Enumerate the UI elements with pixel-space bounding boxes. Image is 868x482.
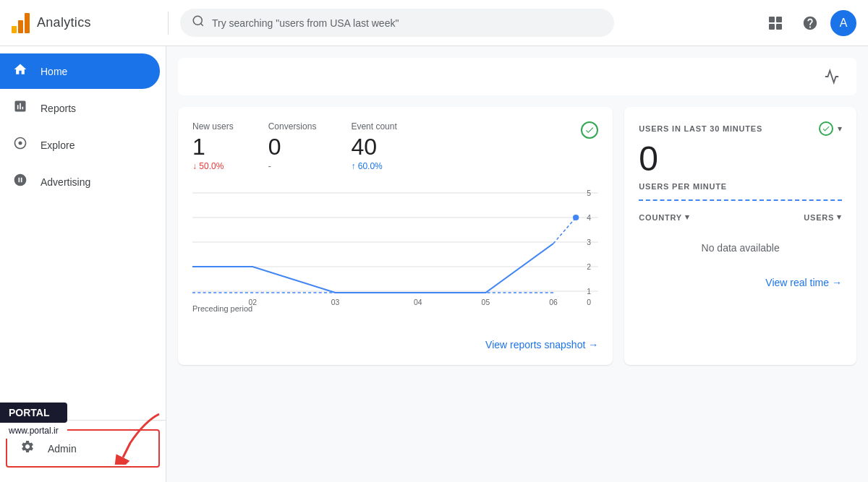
sparkline-button[interactable] <box>819 64 845 90</box>
svg-text:0: 0 <box>587 298 591 306</box>
sidebar-home-label: Home <box>41 66 67 77</box>
realtime-dropdown-icon[interactable]: ▾ <box>838 124 842 134</box>
cards-row: New users 1 ↓ 50.0% Conversions 0 - Even… <box>178 107 856 365</box>
explore-icon <box>12 136 29 154</box>
svg-text:03: 03 <box>331 298 340 306</box>
main-layout: Home Reports Explore <box>0 46 868 482</box>
users-column-header[interactable]: USERS ▾ <box>804 212 842 222</box>
country-sort-icon: ▾ <box>685 212 690 222</box>
portal-watermark: PORTAL www.portal.ir <box>0 403 67 439</box>
sidebar-item-home[interactable]: Home <box>0 53 160 89</box>
stat-conversions: Conversions 0 - <box>268 121 317 171</box>
logo-icon <box>12 13 30 33</box>
portal-badge: PORTAL <box>0 403 67 423</box>
sidebar-item-reports[interactable]: Reports <box>0 90 160 126</box>
svg-point-2 <box>19 142 22 145</box>
chart-area: 5 4 3 2 1 0 02 03 04 05 06 <box>192 186 598 330</box>
search-placeholder: Try searching "users from USA last week" <box>212 17 399 29</box>
svg-text:1: 1 <box>587 288 591 296</box>
content-area: New users 1 ↓ 50.0% Conversions 0 - Even… <box>166 46 868 482</box>
admin-label: Admin <box>48 443 77 455</box>
sidebar-advertising-label: Advertising <box>41 176 90 188</box>
svg-text:05: 05 <box>482 298 490 306</box>
stat-new-users: New users 1 ↓ 50.0% <box>192 121 234 171</box>
logo-bar-1 <box>12 26 17 33</box>
logo-bar-2 <box>18 20 23 33</box>
event-count-value: 40 <box>351 134 396 160</box>
new-users-label: New users <box>192 121 234 132</box>
search-icon <box>192 14 205 31</box>
app-title: Analytics <box>37 15 91 30</box>
app-header: Analytics Try searching "users from USA … <box>0 0 868 46</box>
svg-line-1 <box>200 23 203 25</box>
sidebar-nav: Home Reports Explore <box>0 52 166 420</box>
event-count-change: ↑ 60.0% <box>351 161 396 171</box>
svg-text:04: 04 <box>414 298 422 306</box>
users-per-minute-label: USERS PER MINUTE <box>639 182 842 191</box>
new-users-value: 1 <box>192 134 234 160</box>
users-per-minute-chart <box>639 199 842 201</box>
content-topbar <box>178 58 856 95</box>
realtime-table-header: COUNTRY ▾ USERS ▾ <box>639 212 842 222</box>
conversions-label: Conversions <box>268 121 317 132</box>
realtime-check: ▾ <box>819 121 842 136</box>
stats-card: New users 1 ↓ 50.0% Conversions 0 - Even… <box>178 107 613 365</box>
advertising-icon <box>12 173 29 191</box>
arrow-right-icon: → <box>588 339 598 350</box>
admin-gear-icon <box>19 439 36 457</box>
home-icon <box>12 62 29 80</box>
new-users-change: ↓ 50.0% <box>192 161 234 171</box>
stats-header: New users 1 ↓ 50.0% Conversions 0 - Even… <box>192 121 598 171</box>
svg-text:2: 2 <box>587 263 591 271</box>
sidebar-explore-label: Explore <box>41 139 75 151</box>
svg-text:4: 4 <box>587 214 591 222</box>
portal-url: www.portal.ir <box>0 423 67 439</box>
realtime-value: 0 <box>639 142 842 176</box>
realtime-check-icon <box>819 121 833 136</box>
main-chart: 5 4 3 2 1 0 02 03 04 05 06 <box>192 186 598 309</box>
sidebar-item-explore[interactable]: Explore <box>0 127 160 163</box>
reports-icon <box>12 99 29 117</box>
svg-point-0 <box>193 16 202 25</box>
svg-point-19 <box>573 215 579 220</box>
apps-grid-icon <box>769 17 782 30</box>
header-right: A <box>761 9 856 38</box>
search-bar[interactable]: Try searching "users from USA last week" <box>180 9 614 37</box>
stats-check-icon <box>581 121 598 139</box>
conversions-value: 0 <box>268 134 317 160</box>
sidebar-item-advertising[interactable]: Advertising <box>0 164 160 199</box>
no-data-message: No data available <box>639 228 842 268</box>
country-column-header[interactable]: COUNTRY ▾ <box>639 212 689 222</box>
realtime-header: USERS IN LAST 30 MINUTES ▾ <box>639 121 842 136</box>
header-divider <box>168 12 169 35</box>
view-reports-link[interactable]: View reports snapshot → <box>192 339 598 350</box>
svg-text:06: 06 <box>549 298 558 306</box>
realtime-arrow-icon: → <box>832 277 842 288</box>
users-sort-icon: ▾ <box>837 212 842 222</box>
conversions-change: - <box>268 161 317 171</box>
logo-bar-3 <box>25 13 30 33</box>
svg-text:5: 5 <box>587 189 591 197</box>
event-count-label: Event count <box>351 121 396 132</box>
sidebar-reports-label: Reports <box>41 103 76 114</box>
svg-text:3: 3 <box>587 238 591 246</box>
logo-area: Analytics <box>12 13 156 33</box>
realtime-title: USERS IN LAST 30 MINUTES <box>639 124 762 133</box>
user-avatar[interactable]: A <box>830 10 856 36</box>
apps-button[interactable] <box>761 9 790 38</box>
help-button[interactable] <box>796 9 825 38</box>
view-realtime-link[interactable]: View real time → <box>639 277 842 288</box>
stat-event-count: Event count 40 ↑ 60.0% <box>351 121 396 171</box>
realtime-card: USERS IN LAST 30 MINUTES ▾ 0 USERS PER M… <box>624 107 856 365</box>
